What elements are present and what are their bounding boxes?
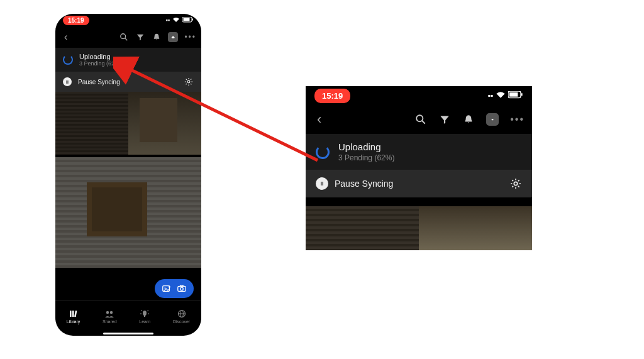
status-indicators: ▪▪ — [487, 91, 523, 101]
svg-point-13 — [106, 311, 109, 314]
filter-icon[interactable] — [135, 32, 145, 42]
upload-status-row[interactable]: Uploading 3 Pending (62%) — [306, 134, 532, 170]
pause-sync-row[interactable]: II Pause Syncing — [306, 170, 532, 197]
nav-library[interactable]: Library — [67, 309, 80, 324]
nav-shared[interactable]: Shared — [103, 309, 117, 324]
photo-thumbnail[interactable] — [419, 206, 532, 250]
photo-thumbnail[interactable] — [55, 92, 128, 155]
back-button[interactable]: ‹ — [313, 109, 325, 130]
discover-icon — [177, 309, 187, 318]
bell-icon[interactable] — [462, 113, 475, 126]
add-photo-icon[interactable] — [161, 283, 172, 294]
spinner-icon — [316, 145, 330, 159]
learn-icon — [140, 309, 150, 318]
svg-point-3 — [121, 34, 126, 39]
photo-grid — [55, 92, 201, 270]
bell-icon[interactable] — [152, 32, 162, 42]
photo-thumbnail[interactable] — [55, 157, 201, 268]
gear-icon[interactable] — [184, 77, 194, 87]
svg-rect-24 — [521, 93, 523, 96]
photo-grid — [306, 206, 532, 250]
more-icon[interactable]: ••• — [184, 33, 196, 41]
signal-icon: ▪▪ — [487, 91, 493, 100]
upload-title: Uploading — [79, 53, 121, 60]
upload-text: Uploading 3 Pending (62%) — [338, 141, 394, 162]
upload-text: Uploading 3 Pending (62%) — [79, 53, 121, 67]
signal-icon: ▪▪ — [166, 17, 170, 23]
svg-rect-2 — [192, 18, 194, 20]
cloud-button[interactable] — [168, 32, 178, 42]
floating-actions — [155, 279, 194, 298]
pause-label: Pause Syncing — [335, 179, 393, 189]
cloud-button[interactable] — [486, 113, 499, 126]
home-indicator — [103, 333, 153, 334]
zoom-panel: 15:19 ▪▪ ‹ ••• — [306, 86, 532, 250]
svg-point-25 — [416, 115, 423, 121]
shared-icon — [104, 309, 114, 318]
svg-rect-10 — [70, 311, 72, 317]
phone-screenshot: 15:19 ▪▪ ‹ ••• — [55, 14, 201, 336]
bottom-nav: Library Shared Learn Discover — [55, 301, 201, 332]
spinner-icon — [63, 55, 73, 65]
status-bar: 15:19 ▪▪ — [55, 14, 201, 26]
nav-learn[interactable]: Learn — [139, 309, 150, 324]
wifi-icon — [172, 17, 180, 24]
top-toolbar: ‹ ••• — [55, 26, 201, 48]
pause-icon: II — [316, 177, 328, 190]
nav-label: Shared — [103, 319, 117, 324]
pause-icon: II — [63, 77, 72, 86]
wifi-icon — [496, 91, 506, 101]
svg-point-7 — [164, 287, 165, 289]
status-indicators: ▪▪ — [166, 17, 194, 24]
search-icon[interactable] — [119, 32, 129, 42]
upload-subtitle: 3 Pending (62%) — [79, 60, 121, 67]
nav-label: Library — [67, 319, 80, 324]
nav-discover[interactable]: Discover — [173, 309, 190, 324]
svg-point-14 — [110, 311, 113, 314]
status-time: 15:19 — [63, 16, 89, 25]
gear-icon[interactable] — [509, 177, 522, 190]
upload-title: Uploading — [338, 141, 394, 152]
status-time: 15:19 — [314, 89, 350, 103]
library-icon — [69, 309, 79, 318]
svg-point-5 — [187, 80, 190, 83]
back-button[interactable]: ‹ — [60, 29, 71, 45]
svg-line-15 — [141, 310, 142, 311]
svg-rect-23 — [509, 92, 518, 97]
photo-thumbnail[interactable] — [306, 206, 419, 250]
nav-label: Discover — [173, 319, 190, 324]
photo-thumbnail[interactable] — [128, 92, 201, 155]
svg-point-9 — [180, 287, 183, 290]
svg-rect-12 — [74, 311, 77, 317]
battery-icon — [182, 17, 194, 24]
top-toolbar: ‹ ••• — [306, 105, 532, 134]
upload-status-row[interactable]: Uploading 3 Pending (62%) — [55, 48, 201, 72]
search-icon[interactable] — [414, 113, 427, 126]
nav-label: Learn — [139, 319, 150, 324]
filter-icon[interactable] — [438, 113, 451, 126]
svg-line-26 — [422, 121, 425, 124]
upload-subtitle: 3 Pending (62%) — [338, 153, 394, 162]
svg-rect-1 — [184, 18, 190, 21]
svg-line-16 — [147, 310, 148, 311]
svg-line-4 — [125, 38, 128, 41]
battery-icon — [508, 91, 523, 101]
svg-point-27 — [514, 182, 517, 185]
status-bar: 15:19 ▪▪ — [306, 86, 532, 105]
more-icon[interactable]: ••• — [510, 114, 525, 125]
camera-icon[interactable] — [176, 283, 187, 294]
svg-rect-11 — [72, 311, 74, 317]
pause-label: Pause Syncing — [78, 79, 120, 86]
pause-sync-row[interactable]: II Pause Syncing — [55, 72, 201, 92]
